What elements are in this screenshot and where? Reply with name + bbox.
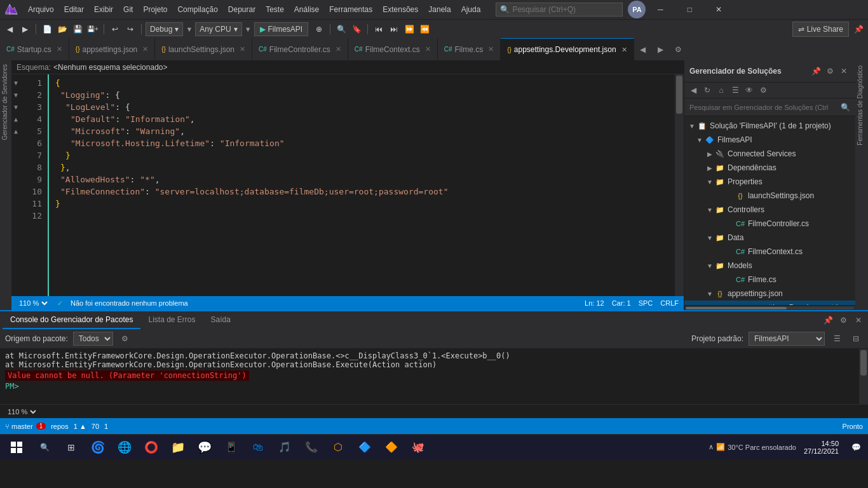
tab-close-icon[interactable]: ✕ xyxy=(621,46,627,54)
tab-close-icon[interactable]: ✕ xyxy=(425,45,431,53)
tab-close-icon[interactable]: ✕ xyxy=(240,45,245,53)
tab-appsettings-json[interactable]: {} appsettings.json ✕ xyxy=(69,38,155,60)
menu-item-compilacao[interactable]: Compilação xyxy=(172,3,222,17)
tb-search-code[interactable]: 🔍 xyxy=(334,22,348,36)
status-notifications[interactable]: 1 ▲ xyxy=(74,423,86,430)
tabs-scroll-left[interactable]: ◀ xyxy=(634,38,652,60)
menu-item-git[interactable]: Git xyxy=(118,3,138,17)
tree-item-filmecontext[interactable]: ▶ C# FilmeContext.cs xyxy=(684,245,855,259)
taskbar-taskview-btn[interactable]: ⊞ xyxy=(58,435,84,460)
sol-pin-btn[interactable]: 📌 xyxy=(810,65,822,78)
tree-item-filme-cs[interactable]: ▶ C# Filme.cs xyxy=(684,273,855,287)
taskbar-vs-btn[interactable]: 🔷 xyxy=(352,435,377,460)
tree-item-connected-services[interactable]: ▶ 🔌 Connected Services xyxy=(684,147,855,161)
tree-item-controllers[interactable]: ▼ 📁 Controllers xyxy=(684,203,855,217)
tree-item-models[interactable]: ▼ 📁 Models xyxy=(684,259,855,273)
taskbar-git-btn[interactable]: 🐙 xyxy=(405,435,431,460)
tb-save-all[interactable]: 💾+ xyxy=(86,22,100,36)
systray-expand[interactable]: ∧ xyxy=(709,443,714,451)
tab-filme-cs[interactable]: C# Filme.cs ✕ xyxy=(438,38,501,60)
tb-back[interactable]: ◀ xyxy=(3,22,17,36)
live-share-button[interactable]: ⇌ Live Share xyxy=(792,22,849,37)
tb-pin[interactable]: 📌 xyxy=(851,22,865,36)
sol-tb-filter[interactable]: ☰ xyxy=(729,84,742,97)
tree-item-filmecontroller[interactable]: ▶ C# FilmeController.cs xyxy=(684,217,855,231)
window-close[interactable]: ✕ xyxy=(704,0,733,19)
editor-scrollbar[interactable] xyxy=(675,74,684,296)
tabs-scroll-right[interactable]: ▶ xyxy=(652,38,670,60)
zoom-select[interactable]: 110 % 100 % 75 % xyxy=(17,299,50,308)
menu-item-janela[interactable]: Janela xyxy=(423,3,456,17)
taskbar-rider-btn[interactable]: 🔶 xyxy=(379,435,404,460)
menu-item-projeto[interactable]: Projeto xyxy=(138,3,172,17)
bottom-tab-errors[interactable]: Lista de Erros xyxy=(140,311,203,329)
tab-close-icon[interactable]: ✕ xyxy=(57,45,62,53)
git-branch-item[interactable]: ⑂ master 1 xyxy=(5,423,46,430)
status-repos-item[interactable]: repos xyxy=(51,423,69,430)
app-logo[interactable] xyxy=(3,1,20,18)
taskbar-search-btn[interactable]: 🔍 xyxy=(32,435,57,460)
project-select[interactable]: FilmesAPI xyxy=(749,332,825,346)
menu-item-exibir[interactable]: Exibir xyxy=(89,3,118,17)
window-minimize[interactable]: ─ xyxy=(646,0,675,19)
tab-startup-cs[interactable]: C# Startup.cs ✕ xyxy=(0,38,69,60)
taskbar-explorer-btn[interactable]: 📁 xyxy=(165,435,191,460)
tree-item-properties[interactable]: ▼ 📁 Properties xyxy=(684,175,855,189)
sol-tb-settings2[interactable]: ⚙ xyxy=(757,84,770,97)
taskbar-store-btn[interactable]: 🛍 xyxy=(245,435,271,460)
tab-appsettings-dev-json[interactable]: {} appsettings.Development.json ✕ xyxy=(501,38,634,60)
console-btn1[interactable]: ☰ xyxy=(830,332,844,346)
sidebar-diagnostics-tab[interactable]: Ferramentas de Diagnóstico xyxy=(855,60,868,151)
tree-item-launchsettings[interactable]: ▶ {} launchSettings.json xyxy=(684,189,855,203)
bottom-tab-output[interactable]: Saída xyxy=(203,311,238,329)
taskbar-sublime-btn[interactable]: ⬡ xyxy=(325,435,351,460)
profile-avatar[interactable]: PA xyxy=(628,1,646,18)
tree-item-solution[interactable]: ▼ 📋 Solução 'FilmesAPI' (1 de 1 projeto) xyxy=(684,119,855,133)
sol-close-btn[interactable]: ✕ xyxy=(837,65,850,78)
tb-bookmark[interactable]: 🔖 xyxy=(349,22,363,36)
menu-item-ferramentas[interactable]: Ferramentas xyxy=(324,3,377,17)
sol-tb-back[interactable]: ◀ xyxy=(687,84,700,97)
console-btn2[interactable]: ⊟ xyxy=(849,332,863,346)
taskbar-skype-btn[interactable]: 💬 xyxy=(192,435,217,460)
bottom-pin-btn[interactable]: 📌 xyxy=(821,313,835,327)
tb-redo[interactable]: ↪ xyxy=(123,22,137,36)
bottom-settings-btn[interactable]: ⚙ xyxy=(836,313,850,327)
window-maximize[interactable]: □ xyxy=(675,0,704,19)
tb-forward[interactable]: ▶ xyxy=(18,22,32,36)
tb-nav3[interactable]: ⏩ xyxy=(402,22,416,36)
taskbar-spotify-btn[interactable]: 🎵 xyxy=(272,435,297,460)
menu-item-editar[interactable]: Editar xyxy=(59,3,89,17)
tb-new[interactable]: 📄 xyxy=(40,22,54,36)
tab-launchsettings-json[interactable]: {} launchSettings.json ✕ xyxy=(155,38,252,60)
console-content[interactable]: at Microsoft.EntityFrameworkCore.Design.… xyxy=(0,349,868,404)
tree-item-appsettings[interactable]: ▼ {} appsettings.json xyxy=(684,287,855,301)
menu-item-extensoes[interactable]: Extensões xyxy=(377,3,423,17)
taskbar-notification-btn[interactable]: 💬 xyxy=(846,435,865,460)
tree-item-project[interactable]: ▼ 🔷 FilmesAPI xyxy=(684,133,855,147)
menu-search[interactable]: 🔍 xyxy=(496,3,623,17)
tab-close-icon[interactable]: ✕ xyxy=(336,45,341,53)
menu-item-depurar[interactable]: Depurar xyxy=(223,3,261,17)
origin-select[interactable]: Todos xyxy=(73,332,113,346)
tree-item-dependencies[interactable]: ▶ 📁 Dependências xyxy=(684,161,855,175)
menu-item-teste[interactable]: Teste xyxy=(261,3,289,17)
tab-filmecontroller-cs[interactable]: C# FilmeController.cs ✕ xyxy=(252,38,348,60)
debug-mode-dropdown[interactable]: Debug ▾ xyxy=(146,22,183,36)
windows-start-button[interactable] xyxy=(3,435,31,460)
menu-item-ajuda[interactable]: Ajuda xyxy=(456,3,486,17)
zoom-control[interactable]: 110 % 100 % 75 % xyxy=(17,299,50,308)
schema-value[interactable]: <Nenhum esquema selecionado> xyxy=(53,63,167,72)
solution-search-input[interactable] xyxy=(689,104,838,111)
sidebar-servers-tab[interactable]: Gerenciador de Servidores xyxy=(0,60,11,144)
taskbar-opera-btn[interactable]: ⭕ xyxy=(139,435,164,460)
tb-open[interactable]: 📂 xyxy=(55,22,69,36)
sol-tb-refresh[interactable]: ↻ xyxy=(701,84,714,97)
tab-close-icon[interactable]: ✕ xyxy=(488,45,494,53)
gear-icon[interactable]: ⚙ xyxy=(118,332,132,346)
tb-nav2[interactable]: ⏭ xyxy=(387,22,401,36)
tb-attach[interactable]: ⊕ xyxy=(312,22,326,36)
taskbar-phone-btn[interactable]: 📞 xyxy=(299,435,324,460)
bottom-close-btn[interactable]: ✕ xyxy=(851,313,865,327)
tree-item-appsettings-dev[interactable]: ▶ {} appsettings.Development.json xyxy=(684,301,855,305)
